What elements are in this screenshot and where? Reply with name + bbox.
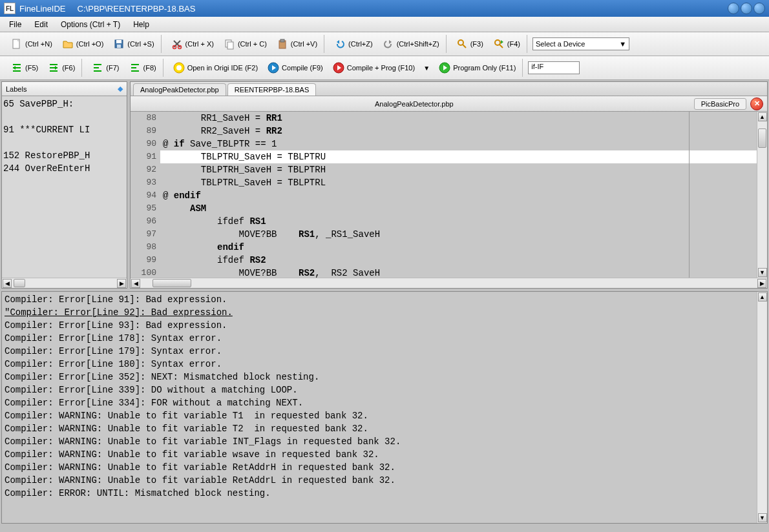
scroll-down-icon[interactable]: ▼	[758, 268, 767, 277]
code-vscroll-thumb[interactable]	[758, 128, 766, 148]
toolbar-row-1: (Ctrl +N) (Ctrl +O) (Ctrl +S) (Ctrl + X)…	[0, 32, 769, 56]
output-scroll-up-icon[interactable]: ▲	[758, 292, 767, 302]
editor-header: AnalogPeakDetector.pbp PicBasicPro ✕	[131, 96, 767, 112]
redo-label: (Ctrl+Shift+Z)	[397, 40, 439, 48]
redo-icon	[382, 37, 395, 50]
toolbar-row-2: (F5) (F6) (F7) (F8) Open in Origi IDE (F…	[0, 56, 769, 80]
indent-button-f5[interactable]: (F5)	[6, 59, 42, 77]
scroll-up-icon[interactable]: ▲	[758, 112, 767, 121]
circle-yellow-icon	[173, 61, 185, 74]
undo-button[interactable]: (Ctrl+Z)	[330, 35, 377, 53]
labels-panel: Labels ◆ 65 SavePBP_H: 91 ***CURRENT LI …	[1, 81, 127, 289]
compile-prog-button[interactable]: Compile + Prog (F10)	[328, 59, 419, 77]
dropdown-arrow-icon[interactable]: ▼	[420, 61, 433, 74]
editor-hscrollbar[interactable]: ◀ ▶	[131, 278, 767, 288]
labels-hscroll-track[interactable]	[12, 278, 116, 288]
svg-rect-2	[116, 40, 121, 43]
titlebar: FL FineLineIDE C:\PBP\REENTERPBP-18.BAS	[0, 0, 769, 17]
paste-button[interactable]: (Ctrl +V)	[272, 35, 321, 53]
maximize-button[interactable]	[741, 3, 752, 14]
find-button[interactable]: (F3)	[452, 35, 487, 53]
editor-close-button[interactable]: ✕	[750, 97, 763, 110]
code-vscrollbar[interactable]: ▲ ▼	[757, 112, 767, 278]
editor-hscroll-thumb[interactable]	[153, 279, 191, 287]
cut-button[interactable]: (Ctrl + X)	[167, 35, 218, 53]
f8-label: (F8)	[143, 64, 156, 72]
ruler-line	[689, 112, 690, 278]
close-icon: ✕	[754, 99, 760, 108]
labels-list[interactable]: 65 SavePBP_H: 91 ***CURRENT LI 152 Resto…	[2, 96, 127, 278]
output-body[interactable]: Compiler: Error[Line 91]: Bad expression…	[2, 292, 757, 523]
editor-hscroll-track[interactable]	[141, 278, 757, 288]
app-name: FineLineIDE	[19, 4, 66, 14]
indent-right-icon	[10, 61, 23, 74]
svg-rect-3	[117, 45, 121, 48]
svg-point-10	[458, 40, 463, 45]
output-panel: Compiler: Error[Line 91]: Bad expression…	[1, 291, 768, 524]
compile-prog-label: Compile + Prog (F10)	[347, 64, 415, 72]
open-button[interactable]: (Ctrl +O)	[58, 35, 107, 53]
uncomment-button-f8[interactable]: (F8)	[125, 59, 160, 77]
search-icon	[456, 37, 469, 50]
menu-help[interactable]: Help	[127, 18, 156, 31]
scroll-left-icon[interactable]: ◀	[3, 279, 12, 288]
main-area: Labels ◆ 65 SavePBP_H: 91 ***CURRENT LI …	[0, 80, 769, 290]
copy-button[interactable]: (Ctrl + C)	[219, 35, 271, 53]
cut-icon	[171, 37, 184, 50]
line-gutter: 888990919293949596979899100	[131, 112, 160, 278]
find-label: (F3)	[470, 40, 483, 48]
output-vscrollbar[interactable]: ▲ ▼	[757, 292, 767, 523]
comment-button-f7[interactable]: (F7)	[87, 59, 123, 77]
new-file-icon	[10, 37, 23, 50]
play-green-icon	[438, 61, 451, 74]
labels-hscroll-thumb[interactable]	[14, 279, 25, 287]
tab-analogpeak[interactable]: AnalogPeakDetector.pbp	[133, 83, 226, 96]
indent-button-f6[interactable]: (F6)	[43, 59, 79, 77]
code-vscroll-track[interactable]	[757, 122, 767, 267]
folder-open-icon	[61, 37, 74, 50]
program-only-label: Program Only (F11)	[453, 64, 516, 72]
scroll-right-icon[interactable]: ▶	[117, 279, 126, 288]
save-button[interactable]: (Ctrl +S)	[109, 35, 158, 53]
program-only-button[interactable]: Program Only (F11)	[434, 59, 520, 77]
new-button[interactable]: (Ctrl +N)	[6, 35, 56, 53]
editor-panel: AnalogPeakDetector.pbp REENTERPBP-18.BAS…	[130, 81, 768, 289]
open-origi-button[interactable]: Open in Origi IDE (F2)	[169, 59, 262, 77]
close-button[interactable]	[753, 3, 765, 14]
snippet-input[interactable]: if-IF	[528, 61, 580, 74]
code-area[interactable]: 888990919293949596979899100 RR1_SaveH = …	[131, 112, 767, 278]
menubar: File Edit Options (Ctrl + T) Help	[0, 17, 769, 32]
editor-header-title: AnalogPeakDetector.pbp	[134, 100, 694, 108]
undo-label: (Ctrl+Z)	[348, 40, 373, 48]
svg-rect-7	[227, 42, 233, 49]
findnext-button[interactable]: (F4)	[489, 35, 524, 53]
save-label: (Ctrl +S)	[127, 40, 154, 48]
output-vscroll-track[interactable]	[757, 302, 767, 513]
open-label: (Ctrl +O)	[76, 40, 103, 48]
code-body[interactable]: RR1_SaveH = RR1 RR2_SaveH = RR2@ if Save…	[160, 112, 767, 278]
menu-file[interactable]: File	[3, 18, 28, 31]
compile-button[interactable]: Compile (F9)	[263, 59, 327, 77]
tab-reenterpbp[interactable]: REENTERPBP-18.BAS	[227, 83, 317, 96]
menu-edit[interactable]: Edit	[28, 18, 54, 31]
play-red-icon	[332, 61, 345, 74]
editor-scroll-left-icon[interactable]: ◀	[131, 279, 140, 288]
f7-label: (F7)	[106, 64, 119, 72]
labels-header[interactable]: Labels ◆	[2, 82, 127, 96]
redo-button[interactable]: (Ctrl+Shift+Z)	[378, 35, 443, 53]
diamond-icon: ◆	[118, 85, 123, 93]
minimize-button[interactable]	[728, 3, 739, 14]
editor-scroll-right-icon[interactable]: ▶	[757, 279, 766, 288]
search-next-icon	[492, 37, 505, 50]
f6-label: (F6)	[62, 64, 75, 72]
cut-label: (Ctrl + X)	[185, 40, 214, 48]
device-select[interactable]: Select a Device ▼	[532, 37, 629, 50]
menu-options[interactable]: Options (Ctrl + T)	[54, 18, 127, 31]
device-select-text: Select a Device	[536, 40, 585, 48]
output-scroll-down-icon[interactable]: ▼	[758, 513, 767, 522]
file-path: C:\PBP\REENTERPBP-18.BAS	[78, 4, 196, 14]
new-label: (Ctrl +N)	[25, 40, 52, 48]
save-icon	[112, 37, 125, 50]
labels-hscrollbar[interactable]: ◀ ▶	[2, 278, 127, 288]
compile-label: Compile (F9)	[282, 64, 323, 72]
